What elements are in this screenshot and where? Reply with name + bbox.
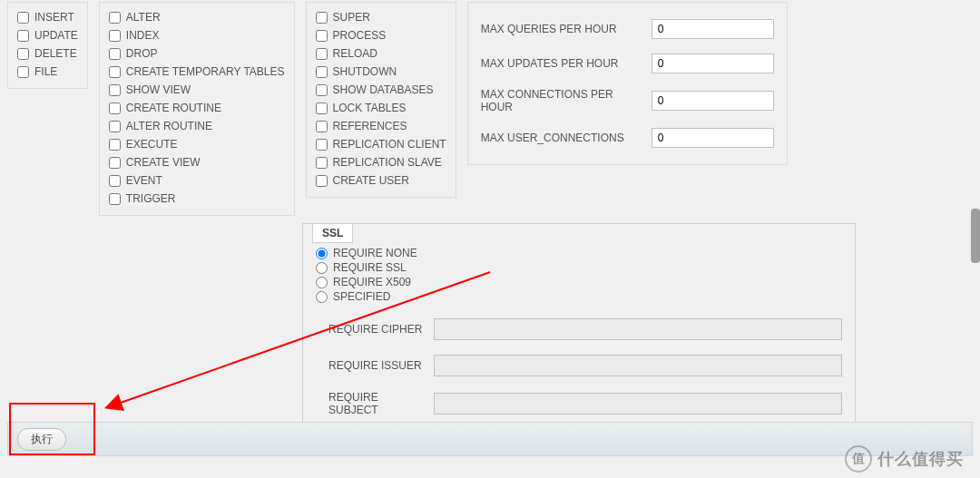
privilege-checkbox[interactable] [17, 48, 29, 60]
privilege-label: TRIGGER [126, 192, 176, 205]
max-connections-label: MAX CONNECTIONS PER HOUR [481, 88, 644, 113]
ssl-panel: SSL REQUIRE NONE REQUIRE SSL REQUIRE X50… [302, 223, 856, 430]
privilege-checkbox[interactable] [316, 102, 328, 114]
privilege-item: EXECUTE [109, 135, 285, 153]
privilege-item: LOCK TABLES [316, 99, 446, 117]
privilege-label: DROP [126, 47, 158, 60]
privilege-checkbox[interactable] [316, 12, 328, 24]
privilege-label: CREATE USER [333, 174, 409, 187]
require-none-radio[interactable] [316, 248, 328, 259]
privilege-checkbox[interactable] [109, 157, 121, 169]
privilege-label: SHOW VIEW [126, 83, 191, 96]
privilege-item: CREATE TEMPORARY TABLES [109, 63, 285, 81]
execute-button[interactable]: 执行 [17, 428, 66, 451]
require-ssl-radio[interactable] [316, 262, 328, 274]
require-x509-radio[interactable] [316, 277, 328, 288]
privilege-item: INSERT [17, 8, 78, 26]
privilege-item: SHOW DATABASES [316, 81, 446, 99]
resource-limits-panel: MAX QUERIES PER HOUR MAX UPDATES PER HOU… [467, 2, 788, 165]
require-issuer-input[interactable] [434, 355, 842, 376]
max-updates-input[interactable] [652, 54, 774, 73]
privilege-label: DELETE [34, 47, 77, 60]
max-user-connections-input[interactable] [652, 128, 774, 148]
privilege-checkbox[interactable] [316, 48, 328, 60]
privilege-label: UPDATE [34, 29, 78, 42]
require-subject-label: REQUIRE SUBJECT [316, 391, 425, 416]
privilege-item: CREATE VIEW [109, 153, 285, 171]
privilege-checkbox[interactable] [109, 121, 121, 132]
privilege-checkbox[interactable] [316, 84, 328, 96]
privilege-checkbox[interactable] [109, 30, 121, 42]
privilege-item: CREATE USER [316, 171, 446, 190]
privilege-label: CREATE ROUTINE [126, 102, 221, 114]
privilege-label: INDEX [126, 29, 160, 42]
privilege-label: ALTER [126, 11, 161, 24]
privilege-label: SHOW DATABASES [333, 83, 434, 96]
privilege-item: TRIGGER [109, 190, 285, 208]
privilege-item: ALTER ROUTINE [109, 117, 285, 135]
privilege-checkbox[interactable] [109, 48, 121, 60]
watermark-text: 什么值得买 [877, 448, 964, 470]
require-ssl-label: REQUIRE SSL [333, 261, 407, 274]
privilege-checkbox[interactable] [316, 175, 328, 187]
privilege-item: INDEX [109, 26, 285, 44]
privilege-item: SUPER [316, 8, 446, 26]
privilege-item: REFERENCES [316, 117, 446, 135]
max-queries-input[interactable] [652, 19, 774, 39]
privilege-checkbox[interactable] [109, 175, 121, 187]
max-connections-input[interactable] [652, 91, 774, 111]
max-updates-label: MAX UPDATES PER HOUR [481, 57, 644, 70]
privilege-item: SHUTDOWN [316, 63, 446, 81]
privilege-item: RELOAD [316, 44, 446, 63]
privilege-label: SUPER [333, 11, 370, 24]
privilege-label: CREATE TEMPORARY TABLES [126, 65, 285, 78]
privilege-label: PROCESS [333, 29, 387, 42]
privilege-label: EXECUTE [126, 138, 178, 151]
watermark: 值 什么值得买 [845, 445, 964, 473]
privilege-checkbox[interactable] [316, 66, 328, 78]
privilege-label: FILE [34, 65, 57, 78]
privilege-label: REPLICATION CLIENT [333, 138, 446, 151]
require-cipher-input[interactable] [434, 318, 842, 340]
privilege-checkbox[interactable] [316, 121, 328, 132]
privilege-group-3: SUPERPROCESSRELOADSHUTDOWNSHOW DATABASES… [306, 2, 456, 198]
privilege-group-1: INSERTUPDATEDELETEFILE [7, 2, 88, 89]
ssl-legend: SSL [312, 223, 353, 243]
privilege-checkbox[interactable] [17, 66, 29, 78]
max-queries-label: MAX QUERIES PER HOUR [481, 23, 644, 35]
privilege-item: DROP [109, 44, 285, 63]
privilege-checkbox[interactable] [109, 66, 121, 78]
privilege-label: REPLICATION SLAVE [333, 156, 442, 169]
specified-radio[interactable] [316, 291, 328, 303]
require-issuer-label: REQUIRE ISSUER [316, 359, 425, 372]
privilege-checkbox[interactable] [316, 157, 328, 169]
privilege-item: EVENT [109, 171, 285, 190]
privilege-checkbox[interactable] [17, 30, 29, 42]
watermark-icon: 值 [845, 445, 872, 473]
privilege-checkbox[interactable] [17, 12, 29, 24]
require-subject-input[interactable] [434, 393, 842, 415]
footer-bar: 执行 [7, 422, 973, 456]
privilege-checkbox[interactable] [109, 193, 121, 205]
require-none-label: REQUIRE NONE [333, 247, 417, 259]
privilege-group-2: ALTERINDEXDROPCREATE TEMPORARY TABLESSHO… [99, 2, 295, 216]
max-user-connections-label: MAX USER_CONNECTIONS [481, 132, 644, 144]
require-x509-label: REQUIRE X509 [333, 276, 411, 288]
privilege-checkbox[interactable] [109, 139, 121, 151]
privilege-item: UPDATE [17, 26, 78, 44]
specified-label: SPECIFIED [333, 290, 390, 303]
privilege-label: RELOAD [333, 47, 377, 60]
privilege-checkbox[interactable] [316, 139, 328, 151]
privilege-item: DELETE [17, 44, 78, 63]
privilege-item: SHOW VIEW [109, 81, 285, 99]
privilege-checkbox[interactable] [109, 102, 121, 114]
scrollbar-thumb[interactable] [971, 209, 980, 263]
privilege-checkbox[interactable] [316, 30, 328, 42]
privilege-checkbox[interactable] [109, 84, 121, 96]
privilege-item: CREATE ROUTINE [109, 99, 285, 117]
privilege-label: LOCK TABLES [333, 102, 407, 114]
privilege-checkbox[interactable] [109, 12, 121, 24]
privilege-item: FILE [17, 63, 78, 81]
privilege-item: REPLICATION SLAVE [316, 153, 446, 171]
privilege-item: REPLICATION CLIENT [316, 135, 446, 153]
